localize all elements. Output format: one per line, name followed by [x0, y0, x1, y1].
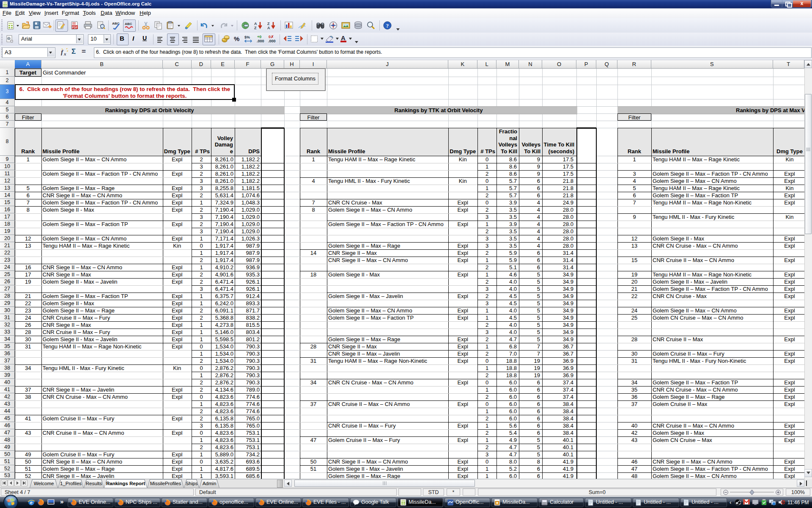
svg-text:x: x: [63, 51, 66, 56]
svg-text:.000: .000: [268, 39, 276, 43]
svg-text:$%: $%: [244, 35, 250, 39]
svg-text:0✗: 0✗: [269, 35, 274, 39]
svg-text:?: ?: [386, 22, 389, 29]
svg-text:A: A: [254, 22, 257, 26]
svg-text:PDF: PDF: [72, 26, 78, 29]
svg-text:.000: .000: [257, 39, 264, 43]
svg-text:+0: +0: [257, 35, 261, 39]
svg-text:Z: Z: [267, 22, 270, 26]
svg-text:A: A: [267, 26, 270, 30]
svg-text:ABC: ABC: [125, 22, 132, 26]
svg-text:Z: Z: [254, 26, 257, 30]
